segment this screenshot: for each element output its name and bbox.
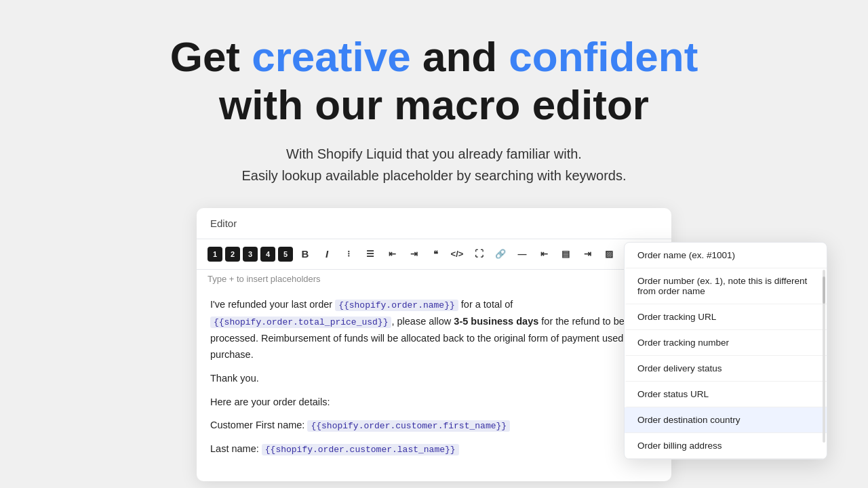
editor-line1: I've refunded your last order {{shopify.… [210,296,658,363]
code-button[interactable]: </> [448,245,467,264]
hero-title-and: and [411,33,509,80]
dropdown-item-0[interactable]: Order name (ex. #1001) [625,243,827,268]
outdent-button[interactable]: ⇤ [382,245,401,264]
line1-tag1: {{shopify.order.name}} [335,300,458,311]
dropdown-item-3[interactable]: Order tracking number [625,330,827,356]
dropdown-item-6[interactable]: Order destination country [625,407,827,433]
editor-line2: Thank you. [210,370,658,387]
editor-label: Editor [210,218,237,229]
line1-bold: 3-5 business days [454,316,538,327]
editor-header: Editor [197,208,671,239]
ordered-list-button[interactable]: ☰ [361,245,380,264]
dropdown-item-5[interactable]: Order status URL [625,382,827,407]
line1-suffix: , please allow [391,316,454,327]
dropdown-item-7[interactable]: Order billing address [625,433,827,459]
align-justify-button[interactable]: ▨ [599,245,618,264]
editor-line5: Last name: {{shopify.order.customer.last… [210,441,658,458]
align-center-button[interactable]: ▤ [556,245,575,264]
hero-section: Get creative and confident with our macr… [143,0,726,208]
dropdown-scrollbar [823,270,825,443]
editor-body[interactable]: I've refunded your last order {{shopify.… [197,285,671,481]
placeholder-dropdown: Order name (ex. #1001)Order number (ex. … [624,242,827,460]
hero-subtitle-line1: With Shopify Liquid that you already fam… [286,146,582,161]
line5-tag: {{shopify.order.customer.last_name}} [262,444,459,455]
line1-tag2: {{shopify.order.total_price_usd}} [210,317,391,328]
heading5-button[interactable]: 5 [278,247,293,262]
hero-subtitle: With Shopify Liquid that you already fam… [170,143,698,186]
hero-title-confident: confident [509,33,698,80]
align-left-button[interactable]: ⇤ [534,245,553,264]
line1-middle: for a total of [458,299,513,310]
dropdown-item-4[interactable]: Order delivery status [625,356,827,382]
indent-button[interactable]: ⇥ [404,245,423,264]
line4-prefix: Customer First name: [210,420,304,430]
hero-title-line2: with our macro editor [219,81,649,128]
hr-button[interactable]: — [513,245,532,264]
unordered-list-button[interactable]: ⁝ [339,245,358,264]
image-button[interactable]: ⛶ [469,245,488,264]
heading3-button[interactable]: 3 [243,247,258,262]
hero-title: Get creative and confident with our macr… [170,33,698,129]
hero-subtitle-line2: Easily lookup available placeholder by s… [242,168,627,183]
heading1-button[interactable]: 1 [208,247,222,262]
main-area: Editor 1 2 3 4 5 B I ⁝ ☰ ⇤ ⇥ ❝ </> ⛶ 🔗 —… [0,208,868,481]
hero-title-start: Get [170,33,252,80]
dropdown-item-1[interactable]: Order number (ex. 1), note this is diffe… [625,268,827,304]
italic-button[interactable]: I [317,245,336,264]
editor-line3: Here are your order details: [210,394,658,411]
line4-tag: {{shopify.order.customer.first_name}} [307,420,510,432]
dropdown-item-2[interactable]: Order tracking URL [625,304,827,330]
line1-prefix: I've refunded your last order [210,299,335,310]
heading4-button[interactable]: 4 [260,247,275,262]
hero-title-creative: creative [252,33,410,80]
bold-button[interactable]: B [296,245,315,264]
heading2-button[interactable]: 2 [225,247,240,262]
link-button[interactable]: 🔗 [491,245,510,264]
editor-line4: Customer First name: {{shopify.order.cus… [210,417,658,434]
placeholder-hint: Type + to insert placeholders [197,270,671,285]
editor-toolbar: 1 2 3 4 5 B I ⁝ ☰ ⇤ ⇥ ❝ </> ⛶ 🔗 — ⇤ ▤ ⇥ … [197,239,671,270]
blockquote-button[interactable]: ❝ [426,245,445,264]
scrollbar-thumb [823,277,825,304]
line5-prefix: Last name: [210,443,259,454]
editor-panel: Editor 1 2 3 4 5 B I ⁝ ☰ ⇤ ⇥ ❝ </> ⛶ 🔗 —… [197,208,671,481]
align-right-button[interactable]: ⇥ [578,245,597,264]
